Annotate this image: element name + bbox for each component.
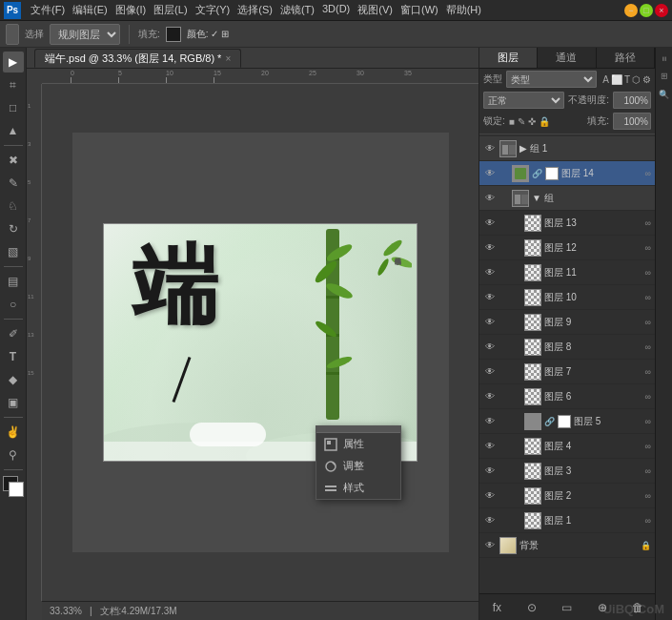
history-tool[interactable]: ↻ [3,218,24,239]
menu-view[interactable]: 视图(V) [357,3,393,17]
layer-4[interactable]: 👁 图层 4 ∞ [479,434,655,459]
dodge-tool[interactable]: ○ [3,294,24,315]
path-tool[interactable]: ◆ [3,369,24,390]
kind-icon-4[interactable]: ⬡ [632,74,641,85]
close-button[interactable]: × [655,4,668,17]
menu-edit[interactable]: 编辑(E) [72,3,108,17]
layer-9[interactable]: 👁 图层 9 ∞ [479,310,655,335]
eye-9[interactable]: 👁 [483,316,497,329]
layer-background[interactable]: 👁 背景 🔒 [479,533,655,558]
canvas-viewport[interactable]: 端 [42,84,479,601]
lock-transparent-icon[interactable]: ■ [509,116,515,127]
eye-5[interactable]: 👁 [483,415,497,428]
menu-text[interactable]: 文字(Y) [195,3,231,17]
document-tab[interactable]: 端午.psd @ 33.3% (图层 14, RGB/8) * × [34,49,241,68]
opacity-input[interactable]: 100% [613,92,651,109]
lock-all-icon[interactable]: 🔒 [539,116,550,127]
tab-close-button[interactable]: × [225,53,231,64]
foreground-color[interactable] [166,27,181,42]
eraser-tool[interactable]: ▧ [3,241,24,262]
eye-6[interactable]: 👁 [483,390,497,403]
layer-inner-group[interactable]: 👁 ▼ 组 [479,186,655,211]
context-menu-item-style[interactable]: 样式 [316,477,400,499]
shape-tool[interactable]: ▣ [3,392,24,413]
layer-13[interactable]: 👁 图层 13 ∞ [479,211,655,236]
layer-7[interactable]: 👁 图层 7 ∞ [479,360,655,384]
move-tool-btn[interactable]: ​ [6,24,19,45]
eye-11[interactable]: 👁 [483,266,497,279]
eyedropper-tool[interactable]: ▲ [3,120,24,141]
clone-tool[interactable]: ♘ [3,196,24,217]
eye-14[interactable]: 👁 [483,167,497,180]
eye-inner-group[interactable]: 👁 [483,192,497,205]
layer-12[interactable]: 👁 图层 12 ∞ [479,236,655,260]
eye-3[interactable]: 👁 [483,465,497,478]
menu-filter[interactable]: 滤镜(T) [280,3,315,17]
kind-icon-3[interactable]: T [624,74,630,85]
brush-tool[interactable]: ✎ [3,173,24,194]
maximize-button[interactable]: □ [640,4,653,17]
pen-tool[interactable]: ✐ [3,323,24,344]
layer-11[interactable]: 👁 图层 11 ∞ [479,260,655,285]
selection-tool[interactable]: ▶ [3,52,24,72]
delete-layer-button[interactable]: 🗑 [628,598,647,617]
hand-tool[interactable]: ✌ [3,422,24,443]
menu-image[interactable]: 图像(I) [115,3,146,17]
eye-bg[interactable]: 👁 [483,539,497,552]
menu-file[interactable]: 文件(F) [31,3,65,17]
zoom-tool[interactable]: ⚲ [3,444,24,465]
mode-select[interactable]: 规则图层 [50,24,120,45]
eye-2[interactable]: 👁 [483,489,497,503]
lasso-tool[interactable]: ⌗ [3,74,24,95]
eye-8[interactable]: 👁 [483,341,497,354]
eye-4[interactable]: 👁 [483,440,497,453]
background-swatch[interactable] [9,482,24,497]
text-tool[interactable]: T [3,346,24,367]
eye-group1[interactable]: 👁 [483,142,497,155]
layer-3[interactable]: 👁 图层 3 ∞ [479,459,655,484]
side-icon-1[interactable]: ≡ [657,52,672,67]
layer-6[interactable]: 👁 图层 6 ∞ [479,384,655,409]
gradient-tool[interactable]: ▤ [3,271,24,292]
kind-icon-2[interactable]: ⬜ [611,74,622,85]
fx-button[interactable]: fx [487,598,506,617]
layer-1[interactable]: 👁 图层 1 ∞ [479,508,655,533]
healing-tool[interactable]: ✖ [3,150,24,171]
tab-paths[interactable]: 路径 [597,48,655,68]
lock-paint-icon[interactable]: ✎ [518,116,525,127]
eye-12[interactable]: 👁 [483,241,497,255]
layer-2[interactable]: 👁 图层 2 ∞ [479,484,655,508]
kind-select[interactable]: 类型 [506,71,597,88]
blend-mode-select[interactable]: 正常 [483,92,564,109]
color-swatches[interactable] [3,476,24,497]
context-menu-item-adjust[interactable]: 调整 [316,455,400,477]
layer-5[interactable]: 👁 🔗 图层 5 ∞ [479,409,655,434]
eye-7[interactable]: 👁 [483,365,497,379]
fill-input[interactable]: 100% [613,113,651,130]
menu-help[interactable]: 帮助(H) [446,3,481,17]
tab-channels[interactable]: 通道 [538,48,596,68]
group1-arrow[interactable]: ▶ [519,143,527,154]
menu-layer[interactable]: 图层(L) [153,3,187,17]
context-menu-item-properties[interactable]: 属性 [316,433,400,455]
kind-icon-5[interactable]: ⚙ [642,74,651,85]
crop-tool[interactable]: □ [3,97,24,118]
eye-10[interactable]: 👁 [483,291,497,304]
lock-position-icon[interactable]: ✜ [528,116,536,127]
eye-1[interactable]: 👁 [483,514,497,527]
eye-13[interactable]: 👁 [483,217,497,230]
side-icon-2[interactable]: ⊞ [657,69,672,84]
layer-14[interactable]: 👁 🔗 图层 14 ∞ [479,161,655,186]
minimize-button[interactable]: − [624,4,638,17]
layer-10[interactable]: 👁 图层 10 ∞ [479,285,655,310]
menu-3d[interactable]: 3D(D) [322,3,350,17]
layer-8[interactable]: 👁 图层 8 ∞ [479,335,655,360]
inner-group-arrow[interactable]: ▼ [532,193,541,203]
new-group-button[interactable]: ⊕ [593,598,612,617]
menu-select[interactable]: 选择(S) [237,3,273,17]
mask-button[interactable]: ⊙ [522,598,541,617]
menu-window[interactable]: 窗口(W) [400,3,438,17]
side-icon-3[interactable]: 🔍 [657,86,672,101]
layer-group1[interactable]: 👁 ▶ 组 1 [479,136,655,161]
tab-layers[interactable]: 图层 [479,48,538,68]
